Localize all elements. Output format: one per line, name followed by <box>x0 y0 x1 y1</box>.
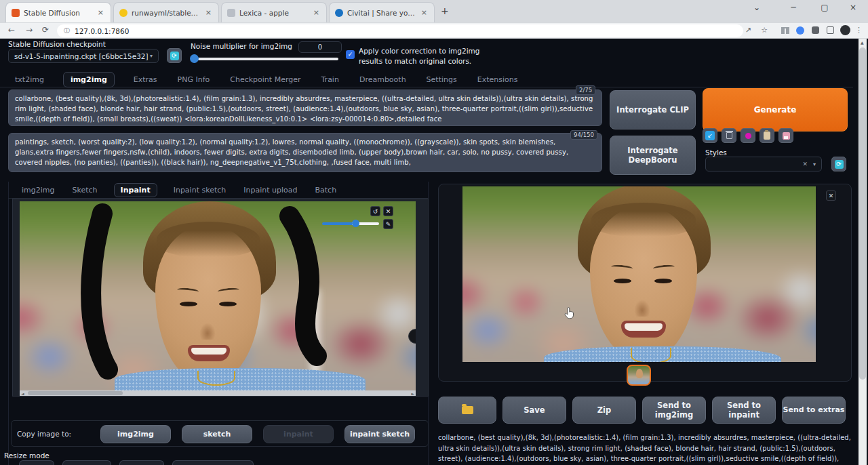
copy-to-img2img-button[interactable]: img2img <box>100 425 171 443</box>
canvas-horizontal-scrollbar[interactable]: ◄ ► <box>20 390 416 396</box>
tab-train[interactable]: Train <box>320 73 340 87</box>
browser-tab-lexica[interactable]: Lexica - apple × <box>221 2 327 22</box>
apply-style-button[interactable] <box>760 128 774 143</box>
tab-close-icon[interactable]: × <box>312 8 321 17</box>
window-maximize-button[interactable]: ▢ <box>815 3 834 12</box>
gallery-thumbnail-selected[interactable] <box>627 365 651 386</box>
tab-batch[interactable]: Batch <box>314 183 338 197</box>
screen: Stable Diffusion × runwayml/stable-diffu… <box>0 0 868 465</box>
scroll-left-icon[interactable]: ◄ <box>21 391 24 397</box>
tab-dreambooth[interactable]: Dreambooth <box>358 73 408 87</box>
tab-close-icon[interactable]: × <box>204 8 213 17</box>
copy-to-inpaint-sketch-button[interactable]: inpaint sketch <box>344 425 415 443</box>
output-image[interactable] <box>462 186 816 362</box>
undo-brush-icon[interactable]: ↺ <box>370 206 380 216</box>
browser-tab-title: Civitai | Share your models <box>347 9 416 17</box>
scrollbar-thumb[interactable] <box>859 47 866 380</box>
back-icon[interactable]: ← <box>8 25 15 35</box>
clear-prompt-button[interactable] <box>722 128 736 143</box>
send-to-img2img-button[interactable]: Send to img2img <box>642 397 706 424</box>
send-to-extras-button[interactable]: Send to extras <box>782 397 846 424</box>
browser-tab-runwayml[interactable]: runwayml/stable-diffusion-inpa... × <box>113 2 219 22</box>
resize-mode-option[interactable] <box>119 460 164 465</box>
sidebar-icon[interactable] <box>827 26 834 34</box>
tab-img2img[interactable]: img2img <box>63 72 115 87</box>
scroll-right-icon[interactable]: ► <box>411 391 414 397</box>
brush-size-slider[interactable] <box>322 222 379 225</box>
generation-params-text: collarbone, (best quality),(8k, 3d),(pho… <box>438 432 853 465</box>
prompt-textarea[interactable]: collarbone, (best quality),(8k, 3d),(pho… <box>8 89 602 126</box>
civitai-favicon <box>335 9 343 17</box>
tab-extras[interactable]: Extras <box>132 73 159 87</box>
clear-image-icon[interactable]: ✕ <box>383 206 393 216</box>
tab-checkpoint-merger[interactable]: Checkpoint Merger <box>229 73 302 87</box>
inpaint-canvas-image[interactable] <box>20 201 416 392</box>
brush-icon[interactable]: ✎ <box>383 219 393 229</box>
negative-prompt-textarea[interactable]: paintings, sketch, (worst quality:2), (l… <box>8 133 602 172</box>
tab-inpaint-sketch[interactable]: Inpaint sketch <box>172 183 228 197</box>
clear-styles-icon[interactable]: ✕ <box>802 161 808 167</box>
resize-mode-option[interactable] <box>172 460 254 465</box>
page-scrollbar[interactable]: ▲ <box>859 39 867 465</box>
address-bar[interactable]: ⓘ 127.0.0.1:7860 <box>57 24 743 37</box>
reload-icon[interactable]: ⟳ <box>42 25 49 35</box>
browser-tab-stable-diffusion[interactable]: Stable Diffusion × <box>5 2 111 22</box>
site-info-icon[interactable]: ⓘ <box>64 26 70 35</box>
copy-image-panel: Copy image to: img2img sketch inpaint in… <box>11 420 429 447</box>
checkpoint-dropdown[interactable]: sd-v1-5-inpainting.ckpt [c6bbc15e32] ▾ <box>8 49 159 63</box>
tab-settings[interactable]: Settings <box>425 73 458 87</box>
save-style-icon <box>783 132 790 140</box>
new-tab-button[interactable]: + <box>441 5 449 16</box>
interrogate-clip-button[interactable]: Interrogate CLIP <box>610 90 696 129</box>
extensions-puzzle-icon[interactable] <box>812 26 819 34</box>
tab-inpaint[interactable]: Inpaint <box>114 183 157 197</box>
window-close-button[interactable]: × <box>844 3 863 12</box>
noise-multiplier-slider[interactable] <box>191 58 338 60</box>
save-style-button[interactable] <box>778 128 793 143</box>
extra-networks-button[interactable] <box>741 128 755 143</box>
extension-grid-icon[interactable] <box>781 27 789 34</box>
paste-parameters-button[interactable]: ↙ <box>703 128 717 143</box>
extension-blue-icon[interactable] <box>796 26 804 35</box>
scrollbar-thumb[interactable] <box>28 391 123 395</box>
tab-png-info[interactable]: PNG Info <box>176 73 212 87</box>
slider-thumb[interactable] <box>190 54 199 63</box>
tab-close-icon[interactable]: × <box>96 8 105 17</box>
tab-search-icon[interactable]: ⌄ <box>747 3 766 12</box>
forward-icon[interactable]: → <box>26 25 33 35</box>
browser-menu-icon[interactable]: ⋮ <box>855 26 863 35</box>
copy-to-sketch-button[interactable]: sketch <box>182 425 252 443</box>
open-folder-button[interactable] <box>438 397 496 424</box>
tab-sketch[interactable]: Sketch <box>71 183 99 197</box>
browser-tab-civitai[interactable]: Civitai | Share your models × <box>329 2 435 22</box>
refresh-checkpoint-button[interactable]: ⟳ <box>167 48 182 63</box>
save-button[interactable]: Save <box>502 397 566 424</box>
close-gallery-icon[interactable]: ✕ <box>826 190 836 201</box>
tab-close-icon[interactable]: × <box>420 8 429 17</box>
extra-networks-icon <box>745 133 751 139</box>
stable-diffusion-favicon <box>12 9 20 17</box>
tab-inpaint-upload[interactable]: Inpaint upload <box>242 183 298 197</box>
slider-thumb[interactable] <box>352 220 359 227</box>
profile-avatar[interactable] <box>840 25 850 35</box>
zip-button[interactable]: Zip <box>572 397 636 424</box>
bookmark-star-icon[interactable]: ☆ <box>761 26 768 35</box>
browser-toolbar: ← → ⟳ ⓘ 127.0.0.1:7860 ↗ ☆ ⋮ <box>0 23 868 39</box>
tab-txt2img[interactable]: txt2img <box>14 73 45 87</box>
interrogate-deepbooru-button[interactable]: Interrogate DeepBooru <box>610 136 696 175</box>
resize-mode-option[interactable] <box>19 460 54 465</box>
scroll-up-icon[interactable]: ▲ <box>861 40 864 45</box>
tab-img2img-mode[interactable]: img2img <box>20 183 56 197</box>
color-correction-checkbox[interactable]: ✓ <box>346 50 355 59</box>
tab-extensions[interactable]: Extensions <box>476 73 519 87</box>
output-gallery: ✕ <box>438 184 852 382</box>
send-to-inpaint-button[interactable]: Send to inpaint <box>712 397 776 424</box>
share-icon[interactable]: ↗ <box>745 26 751 35</box>
resize-mode-option[interactable] <box>62 460 111 465</box>
styles-dropdown[interactable]: ✕ ▾ <box>705 157 822 171</box>
window-minimize-button[interactable]: ─ <box>784 3 803 12</box>
subject-hairline <box>591 203 696 237</box>
generate-button[interactable]: Generate <box>703 88 848 132</box>
noise-multiplier-value[interactable]: 0 <box>298 41 342 53</box>
refresh-styles-button[interactable]: ⟳ <box>831 157 846 171</box>
